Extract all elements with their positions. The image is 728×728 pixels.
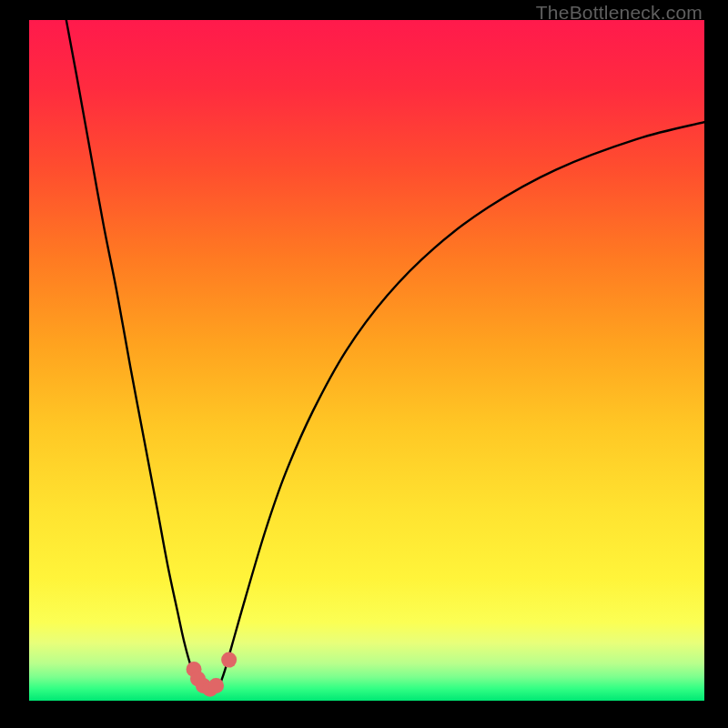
chart-frame: TheBottleneck.com	[0, 0, 728, 728]
chart-plot-area	[29, 20, 704, 701]
chart-svg	[29, 20, 704, 701]
chart-background-gradient	[29, 20, 704, 701]
highlight-dot	[208, 678, 224, 693]
watermark-text: TheBottleneck.com	[536, 2, 703, 24]
highlight-dot	[221, 652, 237, 668]
